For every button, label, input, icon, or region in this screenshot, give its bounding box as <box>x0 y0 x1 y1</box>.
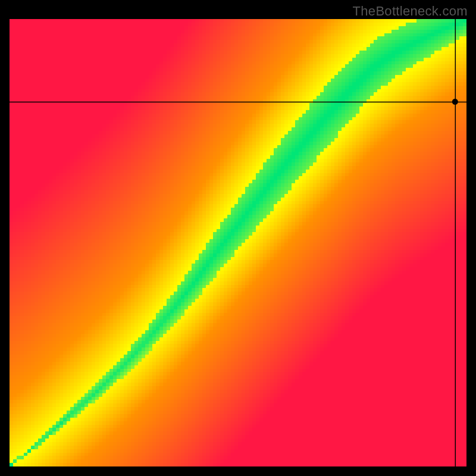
watermark-text: TheBottleneck.com <box>353 4 468 19</box>
chart-container: TheBottleneck.com <box>0 0 476 476</box>
heatmap-canvas <box>10 19 466 466</box>
